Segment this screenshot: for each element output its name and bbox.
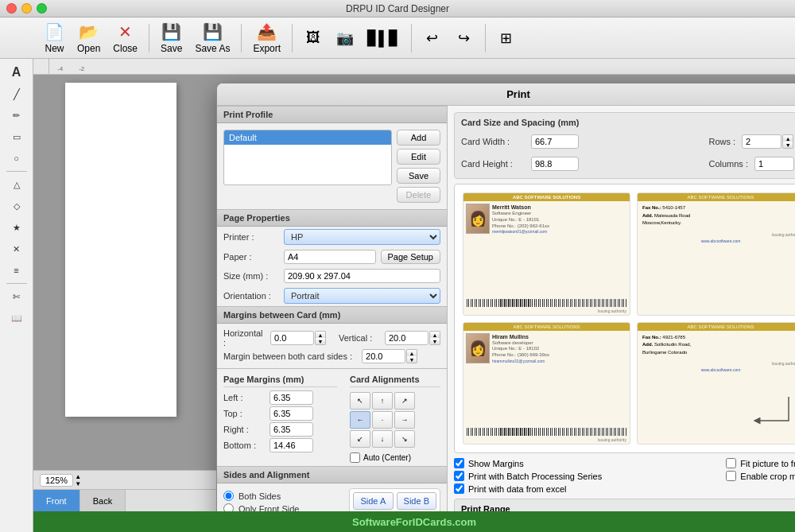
horizontal-up[interactable]: ▲ [315, 331, 326, 338]
card-4-header: ABC SOFTWARE SOLUTIONS [638, 323, 795, 331]
size-input[interactable] [284, 269, 440, 283]
vertical-label: Vertical : [339, 333, 378, 343]
main-container: A ╱ ✏ ▭ ○ △ ◇ ★ ✕ ≡ ✄ 📖 📄 New 📂 Open [0, 17, 795, 532]
rows-up[interactable]: ▲ [782, 134, 793, 142]
size-label: Size (mm) : [223, 271, 279, 281]
align-bottom-right[interactable]: ↘ [394, 430, 415, 448]
tool-pen[interactable]: ✏ [5, 105, 29, 126]
export-button[interactable]: 📤 Export [248, 19, 285, 57]
right-input[interactable] [270, 422, 313, 437]
zoom-spinner[interactable]: ▲ ▼ [75, 473, 81, 487]
align-middle-center[interactable]: · [372, 411, 393, 429]
rows-input[interactable] [742, 134, 781, 149]
zoom-down[interactable]: ▼ [75, 480, 81, 487]
page-setup-btn[interactable]: Page Setup [381, 250, 441, 264]
tool-cut[interactable]: ✄ [5, 286, 29, 307]
tool-text[interactable]: A [5, 62, 29, 83]
print-excel-checkbox[interactable] [454, 483, 464, 494]
undo-button[interactable]: ↩ [418, 26, 447, 50]
height-label: Card Height : [461, 159, 525, 169]
side-a1-btn[interactable]: Side A [353, 492, 393, 510]
save-label: Save [161, 43, 182, 54]
edit-profile-btn[interactable]: Edit [397, 149, 440, 165]
barcode-button[interactable]: ▊▌▊ [363, 26, 405, 50]
tool-list[interactable]: ≡ [5, 260, 29, 281]
close-button[interactable]: ✕ Close [108, 19, 142, 57]
margins-between-header: Margins between Card (mm) [217, 306, 447, 324]
align-top-center[interactable]: ↑ [372, 392, 393, 410]
close-window-btn[interactable] [6, 3, 17, 14]
redo-icon: ↪ [458, 29, 470, 47]
size-row: Size (mm) : [217, 266, 447, 285]
save-button[interactable]: 💾 Save [156, 19, 187, 57]
tool-rect[interactable]: ▭ [5, 126, 29, 147]
both-sides-input[interactable] [362, 349, 405, 363]
card-1-barcode [467, 299, 626, 307]
maximize-window-btn[interactable] [37, 3, 47, 14]
horizontal-down[interactable]: ▼ [315, 338, 326, 345]
tool-line[interactable]: ╱ [5, 83, 29, 104]
print-range-title: Print Range [461, 504, 795, 511]
both-sides-down[interactable]: ▼ [406, 356, 417, 363]
align-middle-right[interactable]: → [394, 411, 415, 429]
card-1-footer: Issuing authority [463, 309, 630, 315]
page-margins-title: Page Margins (mm) [223, 372, 337, 387]
vertical-up[interactable]: ▲ [429, 331, 440, 338]
vertical-input[interactable] [385, 331, 429, 345]
profile-default[interactable]: Default [224, 130, 391, 145]
width-input[interactable] [531, 134, 579, 149]
open-button[interactable]: 📂 Open [72, 19, 105, 57]
tool-book[interactable]: 📖 [5, 308, 29, 328]
rows-down[interactable]: ▼ [782, 142, 793, 149]
add-profile-btn[interactable]: Add [397, 130, 440, 146]
align-top-right[interactable]: ↗ [394, 392, 415, 410]
front-tab[interactable]: Front [33, 490, 80, 511]
left-input[interactable] [270, 390, 313, 405]
tool-star[interactable]: ★ [5, 217, 29, 238]
vertical-down[interactable]: ▼ [429, 338, 440, 345]
tool-ellipse[interactable]: ○ [5, 148, 29, 169]
delete-profile-btn[interactable]: Delete [397, 187, 440, 203]
print-batch-checkbox[interactable] [454, 471, 464, 481]
minimize-window-btn[interactable] [21, 3, 32, 14]
align-bottom-center[interactable]: ↓ [372, 430, 393, 448]
window-controls [6, 3, 47, 14]
photo-button[interactable]: 📷 [331, 26, 359, 50]
green-bar-text: SoftwareForIDCards.com [352, 516, 476, 528]
orientation-select[interactable]: Portrait Landscape [284, 288, 440, 304]
both-sides-radio[interactable] [223, 491, 234, 501]
tool-triangle[interactable]: △ [5, 174, 29, 195]
auto-center-checkbox[interactable] [350, 452, 360, 463]
fit-picture-checkbox[interactable] [726, 458, 736, 468]
bottom-input[interactable] [270, 438, 313, 452]
align-top-left[interactable]: ↖ [350, 392, 370, 410]
height-input[interactable] [531, 157, 579, 171]
enable-crop-checkbox[interactable] [726, 471, 736, 481]
paper-row: Paper : Page Setup [217, 247, 447, 266]
tool-diamond[interactable]: ◇ [5, 196, 29, 216]
front-only-radio[interactable] [223, 503, 234, 511]
grid-icon: ⊞ [500, 29, 512, 47]
columns-input[interactable] [754, 157, 794, 171]
top-input[interactable] [270, 406, 313, 421]
grid-button[interactable]: ⊞ [492, 26, 521, 50]
save-profile-btn[interactable]: Save [397, 168, 440, 184]
show-margins-checkbox[interactable] [454, 458, 464, 468]
back-tab[interactable]: Back [80, 490, 126, 511]
both-sides-up[interactable]: ▲ [406, 349, 417, 356]
paper-input[interactable] [284, 250, 376, 264]
redo-button[interactable]: ↪ [450, 26, 479, 50]
side-preview-grid: Side A Side B Side A Side B Side A Side … [349, 488, 440, 511]
image-button[interactable]: 🖼 [299, 26, 328, 49]
new-button[interactable]: 📄 New [40, 19, 69, 57]
zoom-up[interactable]: ▲ [75, 473, 81, 480]
profile-list[interactable]: Default [223, 130, 392, 185]
sides-section: Sides and Alignment Both Sides [217, 466, 447, 511]
align-bottom-left[interactable]: ↙ [350, 430, 370, 448]
align-middle-left[interactable]: ← [350, 411, 370, 429]
tool-cross[interactable]: ✕ [5, 239, 29, 259]
printer-select[interactable]: HP [284, 229, 440, 245]
horizontal-input[interactable] [270, 331, 314, 345]
save-as-button[interactable]: 💾 Save As [190, 19, 235, 57]
side-b1-btn[interactable]: Side B [397, 492, 436, 510]
